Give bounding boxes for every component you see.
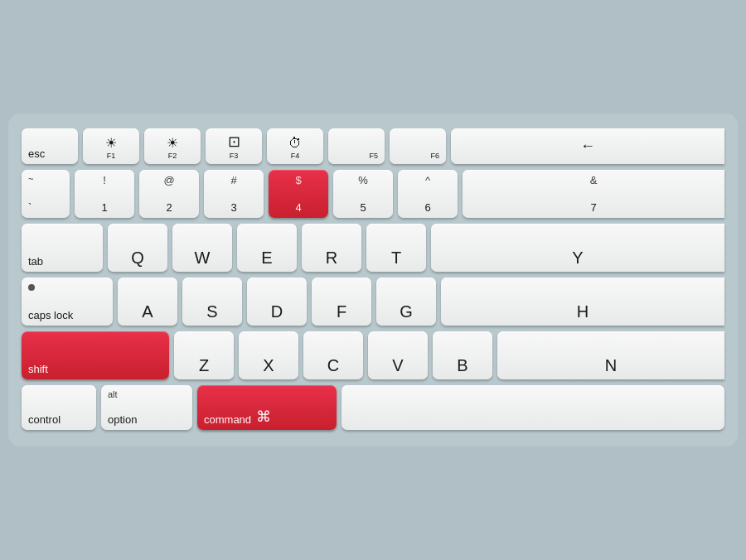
- key-a[interactable]: A: [118, 278, 177, 326]
- zxcv-row: shift Z X C V B N: [22, 331, 724, 379]
- key-d[interactable]: D: [247, 278, 307, 326]
- hash-label: #: [204, 174, 264, 186]
- qwerty-row: tab Q W E R T Y: [22, 224, 724, 272]
- seven-label: 7: [469, 201, 718, 214]
- key-control[interactable]: control: [22, 385, 96, 430]
- key-6[interactable]: ^ 6: [398, 170, 458, 218]
- n-label: N: [504, 356, 718, 375]
- key-h[interactable]: H: [441, 278, 724, 326]
- key-capslock[interactable]: caps lock: [22, 278, 113, 326]
- esc-label: esc: [28, 147, 45, 160]
- key-tab[interactable]: tab: [22, 224, 103, 272]
- capslock-label: caps lock: [28, 309, 73, 321]
- t-label: T: [373, 249, 419, 268]
- c-label: C: [310, 356, 356, 375]
- backtick-label: `: [28, 201, 31, 214]
- command-content: command ⌘: [204, 408, 330, 426]
- key-backspace[interactable]: ←: [451, 128, 724, 164]
- asdf-row: caps lock A S D F G H: [22, 278, 724, 326]
- fn-row: esc ☀ F1 ☀ F2 ⊡ F3 ⏱ F4 F5 F6 ←: [22, 128, 724, 164]
- capslock-dot: [28, 284, 35, 291]
- w-label: W: [179, 249, 225, 268]
- f2-label: F2: [168, 152, 177, 160]
- key-2[interactable]: @ 2: [139, 170, 199, 218]
- v-label: V: [375, 356, 421, 375]
- key-r[interactable]: R: [302, 224, 361, 272]
- key-x[interactable]: X: [239, 331, 298, 379]
- b-label: B: [439, 356, 486, 375]
- f-label: F: [318, 302, 365, 321]
- key-y[interactable]: Y: [431, 224, 724, 272]
- key-4[interactable]: $ 4: [269, 170, 328, 218]
- key-n[interactable]: N: [497, 331, 724, 379]
- six-label: 6: [404, 201, 451, 214]
- key-g[interactable]: G: [376, 278, 436, 326]
- y-label: Y: [438, 249, 718, 268]
- r-label: R: [308, 249, 355, 268]
- key-f5[interactable]: F5: [328, 128, 385, 164]
- num-row: ~ ` ! 1 @ 2 # 3 $ 4 % 5 ^ 6 & 7: [22, 170, 724, 218]
- key-z[interactable]: Z: [174, 331, 234, 379]
- option-label: option: [108, 413, 137, 426]
- x-label: X: [245, 356, 292, 375]
- f4-label: F4: [291, 152, 300, 160]
- key-f[interactable]: F: [312, 278, 371, 326]
- key-b[interactable]: B: [433, 331, 492, 379]
- key-command[interactable]: command ⌘: [197, 385, 337, 430]
- ampersand-label: &: [463, 174, 724, 186]
- g-label: G: [383, 302, 429, 321]
- key-3[interactable]: # 3: [204, 170, 264, 218]
- key-c[interactable]: C: [303, 331, 363, 379]
- backspace-icon: ←: [580, 138, 595, 155]
- key-f4[interactable]: ⏱ F4: [267, 128, 323, 164]
- key-s[interactable]: S: [182, 278, 242, 326]
- dollar-label: $: [269, 174, 328, 186]
- key-e[interactable]: E: [237, 224, 297, 272]
- key-f2[interactable]: ☀ F2: [144, 128, 201, 164]
- key-f3[interactable]: ⊡ F3: [206, 128, 262, 164]
- key-5[interactable]: % 5: [333, 170, 393, 218]
- at-label: @: [139, 174, 199, 186]
- s-label: S: [189, 302, 235, 321]
- two-label: 2: [146, 201, 192, 214]
- key-f6[interactable]: F6: [390, 128, 446, 164]
- five-label: 5: [340, 201, 386, 214]
- q-label: Q: [114, 249, 161, 268]
- bottom-row: control alt option command ⌘: [22, 385, 724, 430]
- a-label: A: [124, 302, 171, 321]
- key-w[interactable]: W: [172, 224, 232, 272]
- d-label: D: [254, 302, 300, 321]
- key-v[interactable]: V: [368, 331, 428, 379]
- key-backtick[interactable]: ~ `: [22, 170, 70, 218]
- f5-label: F5: [369, 152, 378, 160]
- command-label: command: [204, 413, 251, 426]
- three-label: 3: [211, 201, 257, 214]
- tab-label: tab: [28, 255, 43, 268]
- caret-label: ^: [398, 174, 458, 186]
- key-alt[interactable]: alt option: [101, 385, 192, 430]
- percent-label: %: [333, 174, 393, 186]
- control-label: control: [28, 413, 61, 426]
- tilde-label: ~: [28, 174, 33, 184]
- key-t[interactable]: T: [366, 224, 426, 272]
- f6-label: F6: [430, 152, 439, 160]
- key-7[interactable]: & 7: [463, 170, 724, 218]
- four-label: 4: [275, 201, 322, 214]
- alt-label: alt: [108, 389, 118, 399]
- f1-icon: ☀: [105, 135, 117, 151]
- keyboard: esc ☀ F1 ☀ F2 ⊡ F3 ⏱ F4 F5 F6 ← ~: [8, 113, 738, 447]
- one-label: 1: [81, 201, 128, 214]
- key-spacebar[interactable]: [342, 385, 724, 430]
- f1-label: F1: [107, 152, 116, 160]
- command-symbol: ⌘: [256, 408, 271, 426]
- key-shift-left[interactable]: shift: [22, 331, 169, 379]
- key-q[interactable]: Q: [108, 224, 167, 272]
- e-label: E: [244, 249, 290, 268]
- key-esc[interactable]: esc: [22, 128, 78, 164]
- key-f1[interactable]: ☀ F1: [83, 128, 139, 164]
- shift-label: shift: [28, 363, 48, 375]
- f4-icon: ⏱: [288, 136, 302, 151]
- f2-icon: ☀: [167, 135, 178, 151]
- key-1[interactable]: ! 1: [75, 170, 134, 218]
- exclaim-label: !: [75, 174, 134, 186]
